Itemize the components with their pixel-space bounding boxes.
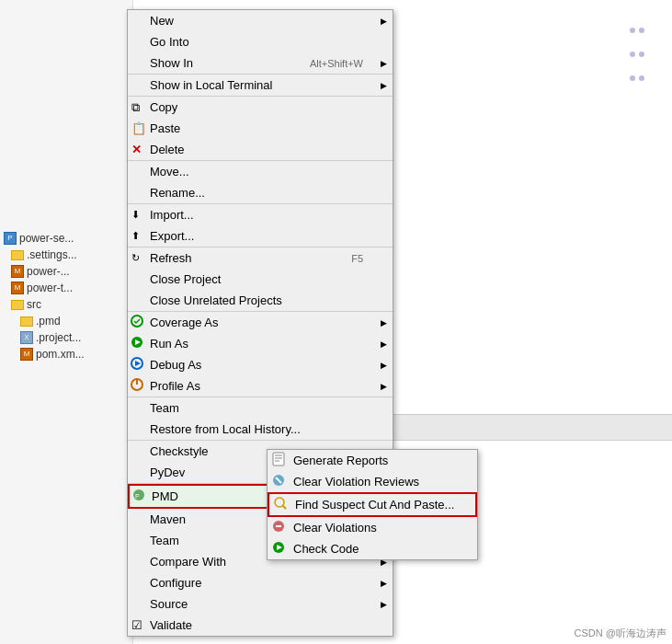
menu-item-paste-label: Paste: [150, 121, 180, 135]
menu-item-comparewith-label: Compare With: [150, 555, 226, 569]
submenu-item-checkcode-label: Check Code: [293, 542, 359, 556]
sidebar-item-power2[interactable]: M power-t...: [0, 280, 132, 296]
submenu-item-findsuspect-label: Find Suspect Cut And Paste...: [295, 498, 454, 512]
menu-item-move[interactable]: Move...: [128, 161, 393, 182]
menu-item-export-label: Export...: [150, 229, 194, 243]
menu-item-move-label: Move...: [150, 165, 189, 178]
sidebar-item-src[interactable]: src: [0, 296, 132, 313]
menu-item-gointo-label: Go Into: [150, 35, 189, 49]
svg-point-15: [275, 498, 284, 507]
menu-item-restore-label: Restore from Local History...: [150, 422, 301, 436]
paste-icon: 📋: [131, 121, 146, 135]
menu-item-paste[interactable]: 📋 Paste: [128, 118, 393, 139]
sidebar-item-label: power-...: [27, 265, 70, 278]
submenu-item-findsuspect[interactable]: Find Suspect Cut And Paste...: [268, 492, 477, 517]
sidebar: P power-se... .settings... M power-... M…: [0, 0, 133, 644]
menu-item-team-label: Team: [150, 401, 179, 415]
menu-item-profileas-label: Profile As: [150, 379, 200, 393]
file-icon: M: [11, 282, 24, 294]
menu-item-closeunrelated[interactable]: Close Unrelated Projects: [128, 290, 393, 312]
menu-item-rename[interactable]: Rename...: [128, 182, 393, 204]
sidebar-item-label: .settings...: [27, 248, 77, 261]
menu-item-maven-label: Maven: [150, 512, 186, 526]
svg-text:P: P: [135, 493, 140, 500]
submenu-item-clearviolations[interactable]: Clear Violations: [268, 517, 477, 538]
sidebar-item-pmd-folder[interactable]: .pmd: [0, 313, 132, 329]
project-file-icon: X: [20, 331, 33, 344]
submenu-item-checkcode[interactable]: Check Code: [268, 538, 477, 559]
runas-icon: [130, 335, 144, 352]
menu-item-configure[interactable]: Configure: [128, 572, 393, 593]
menu-item-team[interactable]: Team: [128, 397, 393, 419]
menu-item-refresh[interactable]: ↻ Refresh F5: [128, 247, 393, 269]
debugas-icon: [130, 356, 144, 374]
copy-icon: ⧉: [131, 100, 140, 115]
menu-item-runas[interactable]: Run As: [128, 333, 393, 354]
profileas-icon: [130, 377, 144, 395]
menu-item-rename-label: Rename...: [150, 186, 205, 200]
submenu-item-clearviolation[interactable]: Clear Violation Reviews: [268, 471, 477, 492]
refresh-icon: ↻: [131, 252, 140, 264]
menu-item-new[interactable]: New: [128, 10, 393, 31]
submenu-item-generatereports-label: Generate Reports: [293, 454, 388, 467]
svg-rect-9: [273, 453, 284, 466]
menu-item-team2-label: Team: [150, 534, 179, 547]
validate-checkbox-icon: ☑: [131, 618, 142, 632]
sidebar-item-power1[interactable]: M power-...: [0, 263, 132, 280]
menu-item-delete-label: Delete: [150, 143, 185, 156]
menu-item-new-label: New: [150, 14, 174, 28]
clear-violation-icon: [271, 473, 286, 490]
check-code-icon: [271, 540, 286, 558]
submenu-item-clearviolation-label: Clear Violation Reviews: [293, 475, 419, 489]
menu-item-configure-label: Configure: [150, 576, 201, 590]
refresh-shortcut: F5: [351, 253, 363, 264]
menu-item-closeproject[interactable]: Close Project: [128, 269, 393, 290]
project-icon: P: [4, 232, 17, 245]
menu-item-import[interactable]: ⬇ Import...: [128, 204, 393, 225]
menu-item-checkstyle-label: Checkstyle: [150, 444, 209, 458]
sidebar-item-project[interactable]: P power-se...: [0, 230, 132, 247]
menu-item-profileas[interactable]: Profile As: [128, 375, 393, 397]
menu-item-closeproject-label: Close Project: [150, 272, 221, 286]
find-suspect-icon: [273, 496, 288, 513]
sidebar-item-settings[interactable]: .settings...: [0, 247, 132, 263]
menu-item-gointo[interactable]: Go Into: [128, 31, 393, 52]
import-icon: ⬇: [131, 209, 140, 221]
sidebar-item-label: power-se...: [19, 232, 74, 245]
menu-item-coverage-label: Coverage As: [150, 316, 218, 329]
menu-item-export[interactable]: ⬆ Export...: [128, 225, 393, 247]
pmd-folder-icon: [20, 316, 33, 327]
pmd-submenu: Generate Reports Clear Violation Reviews…: [267, 449, 478, 560]
menu-item-showin-label: Show In: [150, 56, 193, 70]
menu-item-validate[interactable]: ☑ Validate: [128, 615, 393, 636]
svg-line-16: [283, 506, 286, 509]
menu-item-debugas[interactable]: Debug As: [128, 354, 393, 375]
menu-item-delete[interactable]: ✕ Delete: [128, 139, 393, 161]
menu-item-copy-label: Copy: [150, 100, 177, 114]
menu-item-coverage[interactable]: Coverage As: [128, 312, 393, 333]
menu-item-source-label: Source: [150, 597, 188, 611]
sidebar-item-project-file[interactable]: X .project...: [0, 329, 132, 346]
src-folder-icon: [11, 300, 24, 310]
submenu-item-generatereports[interactable]: Generate Reports: [268, 450, 477, 471]
menu-item-restore[interactable]: Restore from Local History...: [128, 419, 393, 441]
menu-item-pydev-label: PyDev: [150, 466, 185, 479]
sidebar-item-label: src: [27, 298, 41, 311]
sidebar-item-label: pom.xm...: [36, 348, 85, 361]
menu-item-showin[interactable]: Show In Alt+Shift+W: [128, 52, 393, 75]
export-icon: ⬆: [131, 230, 140, 242]
menu-item-closeunrelated-label: Close Unrelated Projects: [150, 293, 282, 307]
menu-item-validate-label: Validate: [150, 618, 192, 632]
watermark: CSDN @听海边涛声: [575, 627, 666, 640]
sidebar-item-pom[interactable]: M pom.xm...: [0, 346, 132, 362]
delete-icon: ✕: [131, 143, 142, 156]
menu-item-showinlocal[interactable]: Show in Local Terminal: [128, 75, 393, 97]
menu-item-showinlocal-label: Show in Local Terminal: [150, 78, 272, 92]
generate-reports-icon: [271, 452, 286, 469]
sidebar-item-label: .project...: [36, 331, 81, 344]
showin-shortcut: Alt+Shift+W: [310, 58, 363, 69]
sidebar-item-label: .pmd: [36, 315, 61, 328]
menu-item-import-label: Import...: [150, 208, 194, 222]
menu-item-source[interactable]: Source: [128, 593, 393, 615]
menu-item-copy[interactable]: ⧉ Copy: [128, 97, 393, 118]
